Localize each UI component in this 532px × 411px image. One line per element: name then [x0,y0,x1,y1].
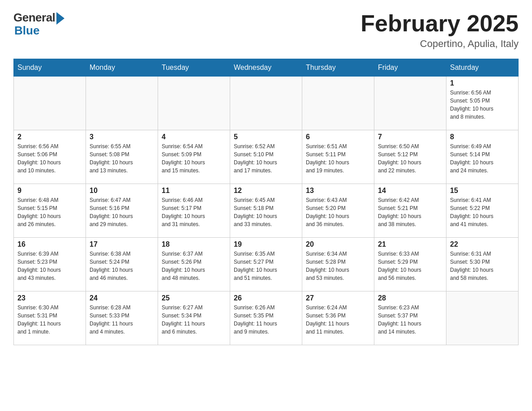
calendar-cell: 17Sunrise: 6:38 AMSunset: 5:24 PMDayligh… [86,238,158,291]
weekday-header: Thursday [302,59,374,77]
day-info: Sunrise: 6:50 AMSunset: 5:12 PMDaylight:… [378,142,442,175]
calendar-cell: 23Sunrise: 6:30 AMSunset: 5:31 PMDayligh… [14,291,86,345]
day-number: 7 [378,133,442,141]
day-info: Sunrise: 6:51 AMSunset: 5:11 PMDaylight:… [306,142,370,175]
day-number: 27 [306,294,370,302]
calendar-cell [86,77,158,130]
day-info: Sunrise: 6:35 AMSunset: 5:27 PMDaylight:… [234,250,298,282]
calendar-cell [14,77,86,130]
calendar-cell: 10Sunrise: 6:47 AMSunset: 5:16 PMDayligh… [86,184,158,238]
day-number: 25 [162,294,226,302]
day-number: 14 [378,187,442,195]
day-number: 15 [450,187,515,195]
day-number: 12 [234,187,298,195]
weekday-header: Tuesday [158,59,230,77]
day-info: Sunrise: 6:41 AMSunset: 5:22 PMDaylight:… [450,196,515,228]
calendar-cell: 21Sunrise: 6:33 AMSunset: 5:29 PMDayligh… [374,238,446,291]
day-number: 10 [90,187,154,195]
day-info: Sunrise: 6:45 AMSunset: 5:18 PMDaylight:… [234,196,298,228]
day-info: Sunrise: 6:43 AMSunset: 5:20 PMDaylight:… [306,196,370,228]
day-info: Sunrise: 6:52 AMSunset: 5:10 PMDaylight:… [234,142,298,175]
day-number: 21 [378,240,442,248]
day-number: 5 [234,133,298,141]
day-number: 18 [162,240,226,248]
day-number: 20 [306,240,370,248]
day-number: 17 [90,240,154,248]
day-number: 9 [17,187,82,195]
day-info: Sunrise: 6:34 AMSunset: 5:28 PMDaylight:… [306,250,370,282]
weekday-header: Monday [86,59,158,77]
day-info: Sunrise: 6:27 AMSunset: 5:34 PMDaylight:… [162,304,226,336]
day-number: 4 [162,133,226,141]
title-area: February 2025 Copertino, Apulia, Italy [360,11,519,50]
calendar-cell: 2Sunrise: 6:56 AMSunset: 5:06 PMDaylight… [14,130,86,184]
day-info: Sunrise: 6:46 AMSunset: 5:17 PMDaylight:… [162,196,226,228]
calendar-cell: 7Sunrise: 6:50 AMSunset: 5:12 PMDaylight… [374,130,446,184]
weekday-header: Sunday [14,59,86,77]
calendar-week-row: 1Sunrise: 6:56 AMSunset: 5:05 PMDaylight… [14,77,519,130]
day-info: Sunrise: 6:28 AMSunset: 5:33 PMDaylight:… [90,304,154,336]
month-title: February 2025 [360,11,519,36]
day-info: Sunrise: 6:30 AMSunset: 5:31 PMDaylight:… [17,304,82,336]
calendar-cell [230,77,302,130]
calendar-cell: 14Sunrise: 6:42 AMSunset: 5:21 PMDayligh… [374,184,446,238]
calendar-cell: 26Sunrise: 6:26 AMSunset: 5:35 PMDayligh… [230,291,302,345]
day-number: 22 [450,240,515,248]
day-info: Sunrise: 6:49 AMSunset: 5:14 PMDaylight:… [450,142,515,175]
day-info: Sunrise: 6:23 AMSunset: 5:37 PMDaylight:… [378,304,442,336]
calendar-cell: 11Sunrise: 6:46 AMSunset: 5:17 PMDayligh… [158,184,230,238]
day-number: 2 [17,133,82,141]
calendar-cell: 22Sunrise: 6:31 AMSunset: 5:30 PMDayligh… [446,238,519,291]
calendar-cell: 13Sunrise: 6:43 AMSunset: 5:20 PMDayligh… [302,184,374,238]
calendar-cell: 16Sunrise: 6:39 AMSunset: 5:23 PMDayligh… [14,238,86,291]
day-number: 24 [90,294,154,302]
calendar-cell [446,291,519,345]
day-info: Sunrise: 6:42 AMSunset: 5:21 PMDaylight:… [378,196,442,228]
day-info: Sunrise: 6:55 AMSunset: 5:08 PMDaylight:… [90,142,154,175]
day-number: 8 [450,133,515,141]
calendar-week-row: 2Sunrise: 6:56 AMSunset: 5:06 PMDaylight… [14,130,519,184]
day-info: Sunrise: 6:56 AMSunset: 5:06 PMDaylight:… [17,142,82,175]
calendar-table: SundayMondayTuesdayWednesdayThursdayFrid… [13,59,519,345]
day-info: Sunrise: 6:39 AMSunset: 5:23 PMDaylight:… [17,250,82,282]
day-number: 1 [450,79,515,87]
weekday-header: Saturday [446,59,519,77]
day-number: 13 [306,187,370,195]
day-number: 3 [90,133,154,141]
calendar-cell [374,77,446,130]
calendar-cell: 4Sunrise: 6:54 AMSunset: 5:09 PMDaylight… [158,130,230,184]
calendar-week-row: 9Sunrise: 6:48 AMSunset: 5:15 PMDaylight… [14,184,519,238]
day-info: Sunrise: 6:26 AMSunset: 5:35 PMDaylight:… [234,304,298,336]
calendar-week-row: 23Sunrise: 6:30 AMSunset: 5:31 PMDayligh… [14,291,519,345]
day-info: Sunrise: 6:33 AMSunset: 5:29 PMDaylight:… [378,250,442,282]
day-number: 28 [378,294,442,302]
day-info: Sunrise: 6:37 AMSunset: 5:26 PMDaylight:… [162,250,226,282]
calendar-cell: 27Sunrise: 6:24 AMSunset: 5:36 PMDayligh… [302,291,374,345]
day-number: 11 [162,187,226,195]
logo-blue-text: Blue [14,24,39,38]
logo: General Blue [13,11,64,38]
day-info: Sunrise: 6:54 AMSunset: 5:09 PMDaylight:… [162,142,226,175]
calendar-cell [302,77,374,130]
day-info: Sunrise: 6:48 AMSunset: 5:15 PMDaylight:… [17,196,82,228]
day-number: 26 [234,294,298,302]
calendar-cell: 8Sunrise: 6:49 AMSunset: 5:14 PMDaylight… [446,130,519,184]
calendar-cell: 9Sunrise: 6:48 AMSunset: 5:15 PMDaylight… [14,184,86,238]
day-info: Sunrise: 6:24 AMSunset: 5:36 PMDaylight:… [306,304,370,336]
day-number: 6 [306,133,370,141]
calendar-cell: 12Sunrise: 6:45 AMSunset: 5:18 PMDayligh… [230,184,302,238]
calendar-cell: 20Sunrise: 6:34 AMSunset: 5:28 PMDayligh… [302,238,374,291]
page-header: General Blue February 2025 Copertino, Ap… [13,11,519,50]
calendar-cell: 6Sunrise: 6:51 AMSunset: 5:11 PMDaylight… [302,130,374,184]
calendar-cell: 28Sunrise: 6:23 AMSunset: 5:37 PMDayligh… [374,291,446,345]
weekday-header: Friday [374,59,446,77]
calendar-cell: 18Sunrise: 6:37 AMSunset: 5:26 PMDayligh… [158,238,230,291]
location-subtitle: Copertino, Apulia, Italy [360,38,519,50]
calendar-cell: 5Sunrise: 6:52 AMSunset: 5:10 PMDaylight… [230,130,302,184]
day-number: 16 [17,240,82,248]
weekday-header: Wednesday [230,59,302,77]
day-info: Sunrise: 6:38 AMSunset: 5:24 PMDaylight:… [90,250,154,282]
calendar-cell: 24Sunrise: 6:28 AMSunset: 5:33 PMDayligh… [86,291,158,345]
calendar-week-row: 16Sunrise: 6:39 AMSunset: 5:23 PMDayligh… [14,238,519,291]
calendar-cell: 19Sunrise: 6:35 AMSunset: 5:27 PMDayligh… [230,238,302,291]
